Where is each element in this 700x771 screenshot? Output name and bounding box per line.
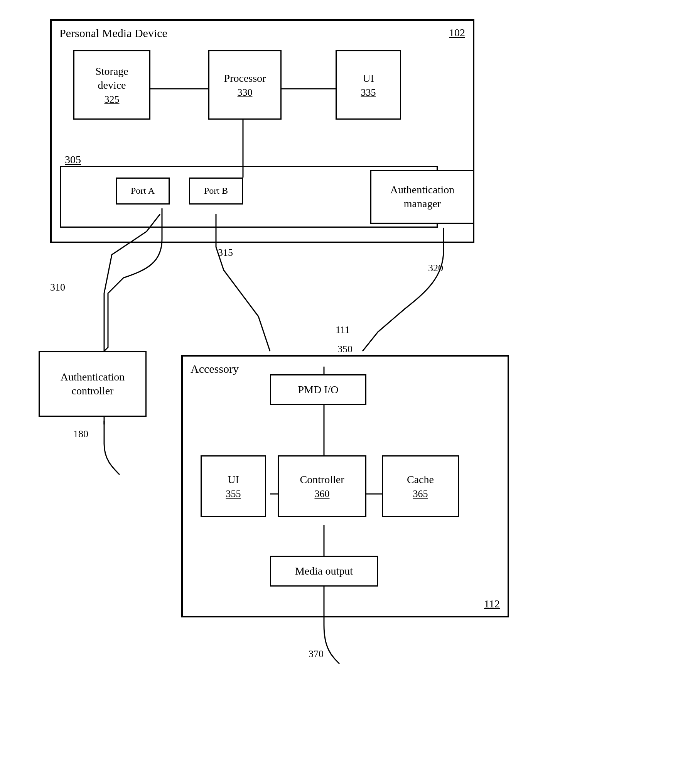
auth-controller-label: Authenticationcontroller [61,370,125,398]
ref-350: 350 [337,343,353,355]
ref-320: 320 [428,262,443,274]
cache-label: Cache [407,473,434,487]
ui-bottom-label: UI [228,473,239,487]
bus-305-number: 305 [65,154,81,166]
auth-manager-box: Authenticationmanager [370,170,474,224]
ui-bottom-box: UI 355 [201,455,266,517]
processor-number: 330 [238,87,253,98]
ui-bottom-number: 355 [226,488,241,500]
port-a-box: Port A [116,178,170,205]
controller-box: Controller 360 [278,455,366,517]
ref-370: 370 [309,648,324,660]
pmd-number: 102 [449,27,465,39]
controller-label: Controller [300,473,344,487]
media-output-label: Media output [295,564,353,578]
controller-number: 360 [315,488,330,500]
auth-controller-box: Authenticationcontroller [39,351,147,417]
accessory-label: Accessory [191,362,239,375]
port-b-label: Port B [204,185,228,197]
cache-number: 365 [413,488,428,500]
ref-111: 111 [336,324,350,336]
processor-label: Processor [224,71,266,85]
cache-box: Cache 365 [382,455,459,517]
ui-top-number: 335 [361,87,376,98]
port-a-label: Port A [131,185,155,197]
pmd-io-box: PMD I/O [270,374,366,405]
ref-315: 315 [218,247,233,259]
port-b-box: Port B [189,178,243,205]
ui-top-label: UI [363,71,374,85]
auth-manager-label: Authenticationmanager [390,183,454,211]
media-output-box: Media output [270,556,378,587]
storage-device-box: Storagedevice 325 [73,50,150,120]
pmd-label: Personal Media Device [59,27,167,40]
diagram-container: Personal Media Device 102 Storagedevice … [0,0,700,771]
processor-box: Processor 330 [208,50,282,120]
ref-310: 310 [50,282,65,293]
storage-device-number: 325 [105,94,120,105]
ui-top-box: UI 335 [336,50,401,120]
storage-device-label: Storagedevice [95,64,128,93]
ref-180: 180 [73,428,88,440]
pmd-io-label: PMD I/O [298,383,338,397]
accessory-number: 112 [484,598,500,610]
